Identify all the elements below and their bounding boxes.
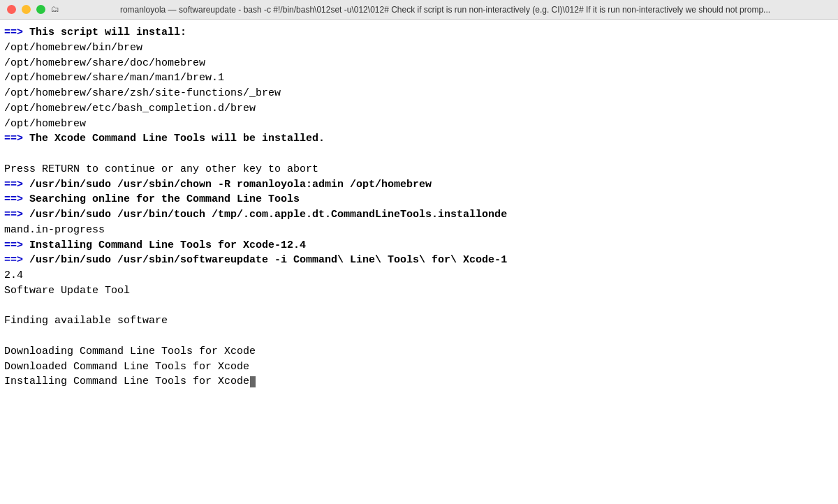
line-22: Installing Command Line Tools for Xcode bbox=[4, 374, 834, 390]
folder-icon: 🗂 bbox=[51, 4, 59, 15]
line-3: /opt/homebrew/share/doc/homebrew bbox=[4, 56, 834, 71]
terminal-content[interactable]: ==> This script will install: /opt/homeb… bbox=[0, 20, 838, 504]
line-19: ​ bbox=[4, 329, 834, 344]
text-1: This script will install: bbox=[29, 27, 186, 38]
line-18: Finding available software bbox=[4, 313, 834, 329]
title-bar-text: romanloyola — softwareupdate - bash -c #… bbox=[59, 5, 831, 15]
line-5: /opt/homebrew/share/zsh/site-functions/_… bbox=[4, 86, 834, 101]
line-2: /opt/homebrew/bin/brew bbox=[4, 40, 834, 56]
terminal-cursor bbox=[250, 376, 256, 387]
text-15: /usr/bin/sudo /usr/sbin/softwareupdate -… bbox=[29, 254, 507, 266]
minimize-button[interactable] bbox=[22, 5, 31, 14]
line-14: ==> Installing Command Line Tools for Xc… bbox=[4, 238, 834, 253]
line-6: /opt/homebrew/etc/bash_completion.d/brew bbox=[4, 101, 834, 117]
text-11: /usr/bin/sudo /usr/sbin/chown -R romanlo… bbox=[29, 179, 432, 191]
text-8: The Xcode Command Line Tools will be ins… bbox=[29, 133, 325, 144]
line-20: Downloading Command Line Tools for Xcode bbox=[4, 344, 834, 360]
line-13: ==> /usr/bin/sudo /usr/bin/touch /tmp/.c… bbox=[4, 207, 834, 223]
maximize-button[interactable] bbox=[36, 5, 45, 14]
arrow-1: ==> bbox=[4, 27, 29, 38]
line-10: Press RETURN to continue or any other ke… bbox=[4, 162, 834, 177]
arrow-14: ==> bbox=[4, 239, 29, 251]
arrow-12: ==> bbox=[4, 193, 29, 205]
line-11: ==> /usr/bin/sudo /usr/sbin/chown -R rom… bbox=[4, 177, 834, 193]
text-12: Searching online for the Command Line To… bbox=[29, 193, 300, 205]
line-12: ==> Searching online for the Command Lin… bbox=[4, 192, 834, 207]
line-13b: mand.in-progress bbox=[4, 223, 834, 238]
line-15: ==> /usr/bin/sudo /usr/sbin/softwareupda… bbox=[4, 253, 834, 268]
arrow-13: ==> bbox=[4, 209, 29, 221]
line-9: ​ bbox=[4, 147, 834, 162]
text-14: Installing Command Line Tools for Xcode-… bbox=[29, 239, 306, 251]
line-15b: 2.4 bbox=[4, 268, 834, 283]
line-1: ==> This script will install: bbox=[4, 25, 834, 40]
arrow-11: ==> bbox=[4, 179, 29, 191]
line-8: ==> The Xcode Command Line Tools will be… bbox=[4, 131, 834, 147]
text-13: /usr/bin/sudo /usr/bin/touch /tmp/.com.a… bbox=[29, 209, 507, 221]
line-17: ​ bbox=[4, 299, 834, 314]
line-7: /opt/homebrew bbox=[4, 117, 834, 132]
line-4: /opt/homebrew/share/man/man1/brew.1 bbox=[4, 71, 834, 86]
title-bar: 🗂 romanloyola — softwareupdate - bash -c… bbox=[0, 0, 838, 20]
traffic-lights bbox=[7, 5, 45, 14]
arrow-8: ==> bbox=[4, 133, 29, 144]
line-21: Downloaded Command Line Tools for Xcode bbox=[4, 360, 834, 375]
close-button[interactable] bbox=[7, 5, 16, 14]
arrow-15: ==> bbox=[4, 254, 29, 266]
terminal-window: 🗂 romanloyola — softwareupdate - bash -c… bbox=[0, 0, 838, 504]
line-16: Software Update Tool bbox=[4, 283, 834, 299]
